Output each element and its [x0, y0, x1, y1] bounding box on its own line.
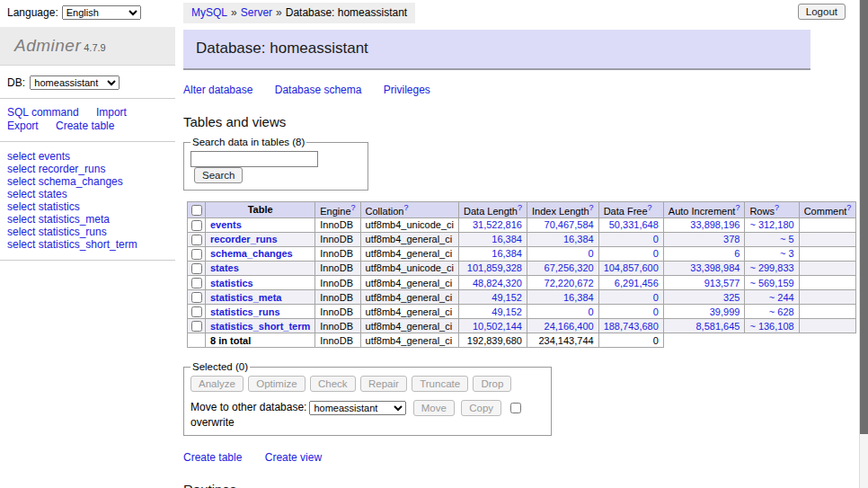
move-database-select[interactable]: homeassistant	[309, 401, 406, 415]
data-length-cell[interactable]: 10,502,144	[459, 319, 527, 333]
data-free-cell[interactable]: 0	[598, 305, 663, 319]
row-checkbox[interactable]	[191, 306, 202, 317]
row-checkbox[interactable]	[191, 235, 202, 245]
copy-button[interactable]: Copy	[461, 400, 501, 416]
index-length-cell[interactable]: 16,384	[527, 290, 598, 305]
rows-cell[interactable]: ~ 3	[745, 246, 799, 261]
row-checkbox[interactable]	[191, 249, 202, 260]
table-link-statistics_short_term[interactable]: statistics_short_term	[210, 321, 310, 332]
row-checkbox[interactable]	[191, 321, 202, 332]
auto-increment-cell[interactable]: 913,577	[663, 276, 745, 290]
row-checkbox[interactable]	[191, 263, 202, 274]
data-length-cell[interactable]: 31,522,816	[459, 217, 527, 232]
sidebar-item-select-statistics-short-term[interactable]: select statistics_short_term	[7, 238, 168, 251]
data-free-cell[interactable]: 0	[598, 246, 663, 261]
help-icon[interactable]: ?	[735, 203, 740, 212]
select-all-checkbox[interactable]	[191, 205, 202, 216]
auto-increment-cell[interactable]: 325	[663, 290, 745, 305]
data-length-cell[interactable]: 48,824,320	[459, 276, 527, 290]
auto-increment-cell[interactable]: 39,999	[663, 305, 745, 319]
breadcrumb-link-mysql[interactable]: MySQL	[191, 6, 227, 19]
data-free-cell[interactable]: 188,743,680	[598, 319, 663, 333]
auto-increment-cell[interactable]: 378	[663, 232, 745, 246]
data-length-cell[interactable]: 16,384	[459, 246, 527, 261]
help-icon[interactable]: ?	[846, 203, 851, 212]
help-icon[interactable]: ?	[403, 203, 408, 212]
help-icon[interactable]: ?	[775, 203, 779, 212]
analyze-button[interactable]: Analyze	[190, 376, 244, 392]
help-icon[interactable]: ?	[351, 203, 356, 212]
rows-cell[interactable]: ~ 299,833	[745, 261, 799, 275]
truncate-button[interactable]: Truncate	[412, 376, 468, 392]
rows-cell[interactable]: ~ 569,159	[745, 276, 799, 290]
table-link-schema_changes[interactable]: schema_changes	[210, 248, 293, 259]
search-input[interactable]	[190, 151, 318, 167]
db-link-database-schema[interactable]: Database schema	[275, 84, 362, 96]
data-length-cell[interactable]: 49,152	[459, 305, 527, 319]
rows-cell[interactable]: ~ 312,180	[745, 217, 799, 232]
help-icon[interactable]: ?	[518, 203, 522, 212]
row-checkbox[interactable]	[191, 292, 202, 303]
sidebar-item-select-states[interactable]: select states	[7, 188, 168, 200]
move-button[interactable]: Move	[413, 400, 455, 416]
search-button[interactable]: Search	[194, 167, 243, 183]
breadcrumb-link-server[interactable]: Server	[241, 6, 272, 19]
scrollbar-thumb[interactable]	[860, 0, 868, 434]
auto-increment-cell[interactable]: 8,581,645	[663, 319, 745, 333]
check-button[interactable]: Check	[310, 376, 356, 392]
sidebar-action-sql-command[interactable]: SQL command	[7, 106, 79, 119]
data-length-cell[interactable]: 49,152	[459, 290, 527, 305]
table-link-recorder_runs[interactable]: recorder_runs	[210, 234, 278, 244]
repair-button[interactable]: Repair	[360, 376, 407, 392]
db-link-alter-database[interactable]: Alter database	[183, 84, 252, 96]
sidebar-action-export[interactable]: Export	[7, 120, 39, 132]
sidebar-action-create-table[interactable]: Create table	[56, 120, 114, 132]
index-length-cell[interactable]: 16,384	[527, 232, 598, 246]
rows-cell[interactable]: ~ 136,108	[745, 319, 799, 333]
create-link-create-table[interactable]: Create table	[183, 451, 242, 464]
help-icon[interactable]: ?	[648, 203, 652, 212]
table-link-states[interactable]: states	[210, 262, 239, 273]
language-select[interactable]: English	[62, 5, 141, 20]
index-length-cell[interactable]: 24,166,400	[527, 319, 598, 333]
sidebar-item-select-statistics-meta[interactable]: select statistics_meta	[7, 213, 168, 226]
data-length-cell[interactable]: 16,384	[459, 232, 527, 246]
index-length-cell[interactable]: 0	[527, 305, 598, 319]
data-length-cell[interactable]: 101,859,328	[459, 261, 527, 275]
logout-button[interactable]: Logout	[798, 4, 846, 20]
index-length-cell[interactable]: 0	[527, 246, 598, 261]
db-link-privileges[interactable]: Privileges	[384, 84, 430, 96]
drop-button[interactable]: Drop	[473, 376, 511, 392]
sidebar-item-select-recorder-runs[interactable]: select recorder_runs	[7, 163, 168, 175]
sidebar-item-select-statistics-runs[interactable]: select statistics_runs	[7, 226, 168, 238]
table-link-statistics_runs[interactable]: statistics_runs	[210, 306, 280, 317]
create-link-create-view[interactable]: Create view	[265, 451, 322, 464]
help-icon[interactable]: ?	[589, 203, 594, 212]
data-free-cell[interactable]: 6,291,456	[598, 276, 663, 290]
optimize-button[interactable]: Optimize	[248, 376, 305, 392]
auto-increment-cell[interactable]: 33,398,984	[663, 261, 745, 275]
data-free-cell[interactable]: 0	[598, 232, 663, 246]
index-length-cell[interactable]: 72,220,672	[527, 276, 598, 290]
data-free-cell[interactable]: 0	[598, 290, 663, 305]
db-select[interactable]: homeassistant	[30, 75, 120, 90]
table-link-statistics_meta[interactable]: statistics_meta	[210, 292, 282, 303]
vertical-scrollbar[interactable]	[859, 0, 868, 488]
rows-cell[interactable]: ~ 5	[745, 232, 799, 246]
sidebar-item-select-statistics[interactable]: select statistics	[7, 200, 168, 213]
row-checkbox[interactable]	[191, 220, 202, 231]
data-free-cell[interactable]: 50,331,648	[598, 217, 663, 232]
sidebar-item-select-schema-changes[interactable]: select schema_changes	[7, 175, 168, 188]
data-free-cell[interactable]: 104,857,600	[598, 261, 663, 275]
index-length-cell[interactable]: 67,256,320	[527, 261, 598, 275]
sidebar-item-select-events[interactable]: select events	[7, 150, 168, 163]
row-checkbox[interactable]	[191, 278, 202, 288]
auto-increment-cell[interactable]: 6	[663, 246, 745, 261]
table-link-events[interactable]: events	[210, 219, 242, 230]
index-length-cell[interactable]: 70,467,584	[527, 217, 598, 232]
sidebar-action-import[interactable]: Import	[96, 106, 127, 119]
auto-increment-cell[interactable]: 33,898,196	[663, 217, 745, 232]
rows-cell[interactable]: ~ 244	[745, 290, 799, 305]
overwrite-checkbox[interactable]	[510, 403, 521, 413]
rows-cell[interactable]: ~ 628	[745, 305, 799, 319]
